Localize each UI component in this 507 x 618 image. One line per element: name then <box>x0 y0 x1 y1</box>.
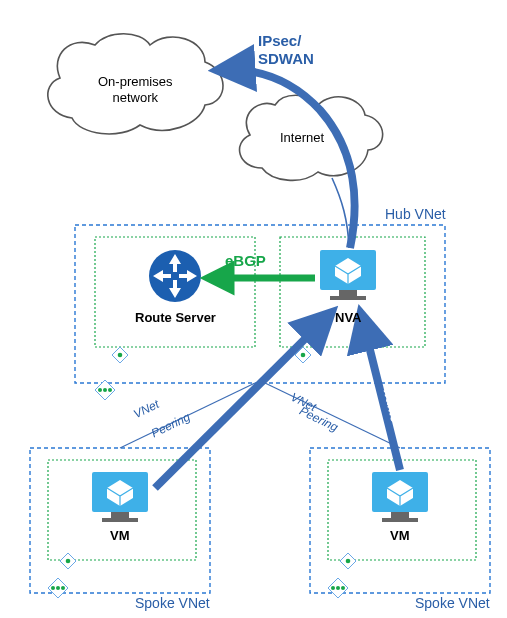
svg-point-12 <box>66 559 71 564</box>
peering-multi-icon <box>48 578 68 598</box>
nva-label: NVA <box>335 310 361 326</box>
svg-point-22 <box>341 586 345 590</box>
svg-point-13 <box>51 586 55 590</box>
svg-point-6 <box>98 388 102 392</box>
nva-vm-icon <box>320 250 376 300</box>
svg-point-5 <box>301 353 306 358</box>
onprem-label: On-premises network <box>98 74 172 105</box>
svg-point-19 <box>346 559 351 564</box>
svg-rect-4 <box>330 296 366 300</box>
vm-left-label: VM <box>110 528 130 544</box>
peering-glyph-icon <box>60 553 76 569</box>
spoke-left-label: Spoke VNet <box>135 595 210 612</box>
svg-point-15 <box>61 586 65 590</box>
svg-point-14 <box>56 586 60 590</box>
svg-point-20 <box>331 586 335 590</box>
svg-rect-3 <box>339 290 357 296</box>
hub-vnet-box <box>75 225 445 383</box>
hub-vnet-label: Hub VNet <box>385 206 446 223</box>
internet-label: Internet <box>280 130 324 146</box>
route-server-icon <box>149 250 201 302</box>
peering-glyph-icon <box>112 347 128 363</box>
svg-rect-17 <box>391 512 409 518</box>
svg-rect-11 <box>102 518 138 522</box>
svg-point-8 <box>108 388 112 392</box>
svg-point-1 <box>118 353 123 358</box>
route-server-label: Route Server <box>135 310 216 326</box>
peering-glyph-icon <box>340 553 356 569</box>
svg-point-7 <box>103 388 107 392</box>
ebgp-label: eBGP <box>225 252 266 270</box>
spoke-right-label: Spoke VNet <box>415 595 490 612</box>
vm-left-icon <box>92 472 148 522</box>
diagram-canvas <box>0 0 507 618</box>
svg-point-21 <box>336 586 340 590</box>
ipsec-label: IPsec/ SDWAN <box>258 32 314 68</box>
vm-right-label: VM <box>390 528 410 544</box>
peering-multi-icon <box>328 578 348 598</box>
svg-rect-10 <box>111 512 129 518</box>
vm-right-icon <box>372 472 428 522</box>
svg-rect-18 <box>382 518 418 522</box>
